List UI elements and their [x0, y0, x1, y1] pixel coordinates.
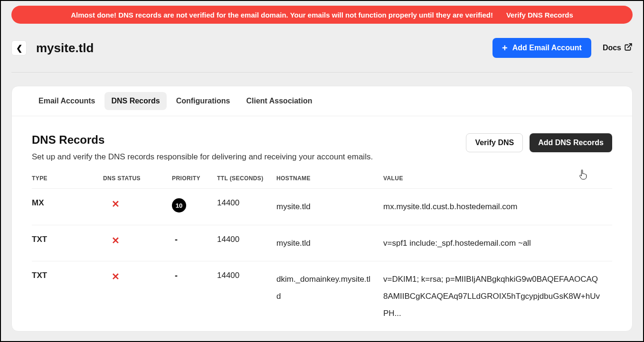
cell-ttl: 14400	[217, 189, 276, 225]
section-subtitle: Set up and verify the DNS records respon…	[32, 152, 373, 162]
cell-ttl: 14400	[217, 261, 276, 332]
section-title: DNS Records	[32, 133, 373, 147]
x-icon: ✕	[112, 271, 120, 282]
svg-line-0	[628, 44, 632, 47]
cell-status: ✕	[103, 189, 172, 225]
add-dns-records-button[interactable]: Add DNS Records	[530, 133, 612, 152]
tab-email-accounts[interactable]: Email Accounts	[32, 92, 102, 110]
plus-icon: +	[502, 43, 508, 53]
cell-status: ✕	[103, 225, 172, 261]
th-ttl: TTL (SECONDS)	[217, 175, 276, 189]
page-title: mysite.tld	[36, 41, 94, 55]
priority-badge: 10	[172, 198, 186, 213]
add-email-account-button[interactable]: + Add Email Account	[492, 38, 591, 58]
external-link-icon	[624, 43, 633, 53]
cell-ttl: 14400	[217, 225, 276, 261]
cell-value: v=DKIM1; k=rsa; p=MIIBIjANBgkqhkiG9w0BAQ…	[383, 261, 612, 332]
verify-dns-records-link[interactable]: Verify DNS Records	[506, 11, 573, 19]
alert-banner-message: Almost done! DNS records are not verifie…	[71, 11, 493, 19]
th-value: VALUE	[383, 175, 612, 189]
cell-type: MX	[32, 189, 103, 225]
tab-configurations[interactable]: Configurations	[170, 92, 237, 110]
table-row: MX✕1014400mysite.tldmx.mysite.tld.cust.b…	[32, 189, 612, 225]
verify-dns-button[interactable]: Verify DNS	[466, 133, 523, 152]
cell-priority: 10	[172, 189, 217, 225]
th-hostname: HOSTNAME	[276, 175, 383, 189]
section-header: DNS Records Set up and verify the DNS re…	[32, 133, 612, 162]
back-button[interactable]: ❮	[11, 40, 27, 55]
table-row: TXT✕-14400mysite.tldv=spf1 include:_spf.…	[32, 225, 612, 261]
tab-client-association[interactable]: Client Association	[239, 92, 319, 110]
cell-hostname: dkim._domainkey.mysite.tld	[276, 261, 383, 332]
tabs: Email Accounts DNS Records Configuration…	[12, 86, 632, 116]
cell-priority: -	[172, 225, 217, 261]
th-priority: PRIORITY	[172, 175, 217, 189]
th-type: TYPE	[32, 175, 103, 189]
add-email-account-label: Add Email Account	[512, 44, 582, 52]
tab-dns-records[interactable]: DNS Records	[104, 92, 166, 110]
cell-priority: -	[172, 261, 217, 332]
cell-type: TXT	[32, 261, 103, 332]
x-icon: ✕	[112, 235, 120, 246]
alert-banner: Almost done! DNS records are not verifie…	[11, 6, 633, 24]
table-row: TXT✕-14400dkim._domainkey.mysite.tldv=DK…	[32, 261, 612, 332]
cell-hostname: mysite.tld	[276, 189, 383, 225]
docs-label: Docs	[603, 44, 621, 52]
docs-link[interactable]: Docs	[603, 43, 633, 53]
dns-records-table: TYPE DNS STATUS PRIORITY TTL (SECONDS) H…	[32, 175, 612, 331]
page-header: ❮ mysite.tld + Add Email Account Docs	[11, 38, 633, 73]
chevron-left-icon: ❮	[16, 44, 22, 53]
content-card: Email Accounts DNS Records Configuration…	[11, 86, 633, 332]
cell-type: TXT	[32, 225, 103, 261]
x-icon: ✕	[112, 198, 120, 210]
cell-value: mx.mysite.tld.cust.b.hostedemail.com	[383, 189, 612, 225]
cell-value: v=spf1 include:_spf.hostedemail.com ~all	[383, 225, 612, 261]
cell-hostname: mysite.tld	[276, 225, 383, 261]
cell-status: ✕	[103, 261, 172, 332]
th-status: DNS STATUS	[103, 175, 172, 189]
